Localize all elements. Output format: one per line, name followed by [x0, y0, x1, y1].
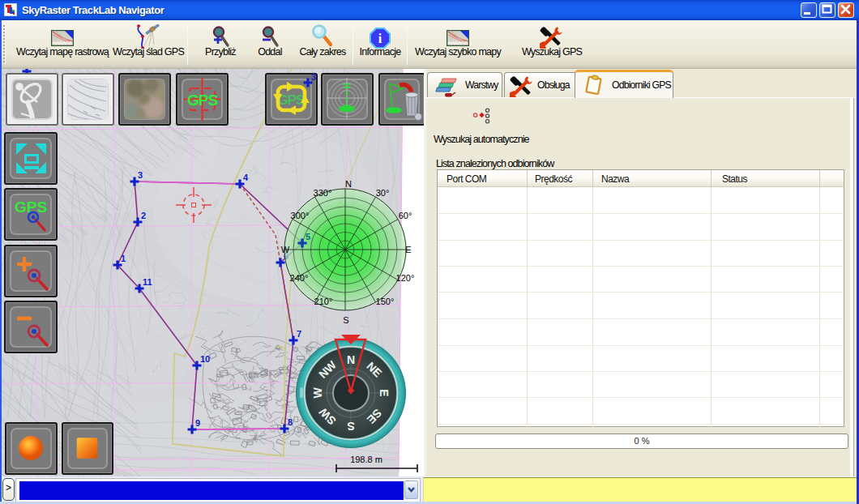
svg-text:W: W — [311, 387, 324, 399]
svg-text:3: 3 — [138, 170, 143, 180]
svg-text:8: 8 — [288, 417, 293, 427]
svg-text:60°: 60° — [399, 211, 412, 220]
svg-text:30°: 30° — [376, 188, 390, 198]
svg-text:E: E — [378, 389, 391, 396]
svg-text:1: 1 — [121, 254, 126, 263]
svg-text:7: 7 — [297, 329, 301, 339]
svg-text:3: 3 — [311, 73, 316, 82]
svg-text:300°: 300° — [291, 211, 310, 220]
svg-text:120°: 120° — [396, 273, 415, 283]
svg-text:5: 5 — [306, 232, 310, 241]
svg-text:S: S — [347, 420, 354, 433]
svg-text:E: E — [405, 245, 411, 254]
svg-text:N: N — [345, 179, 352, 189]
svg-text:W: W — [281, 245, 290, 254]
svg-text:9: 9 — [195, 418, 200, 428]
svg-text:i: i — [378, 32, 382, 45]
svg-text:240°: 240° — [290, 273, 309, 283]
svg-text:4: 4 — [243, 173, 249, 182]
svg-text:S: S — [343, 315, 348, 325]
svg-text:2: 2 — [141, 211, 146, 220]
svg-text:10: 10 — [200, 354, 210, 364]
svg-text:150°: 150° — [376, 297, 395, 306]
svg-text:N: N — [347, 353, 355, 366]
svg-text:210°: 210° — [314, 297, 333, 306]
svg-text:198.8 m: 198.8 m — [350, 455, 382, 464]
svg-text:11: 11 — [143, 277, 152, 287]
svg-text:GPS: GPS — [187, 92, 217, 109]
svg-text:330°: 330° — [314, 188, 332, 198]
svg-text:GPS: GPS — [278, 92, 306, 108]
